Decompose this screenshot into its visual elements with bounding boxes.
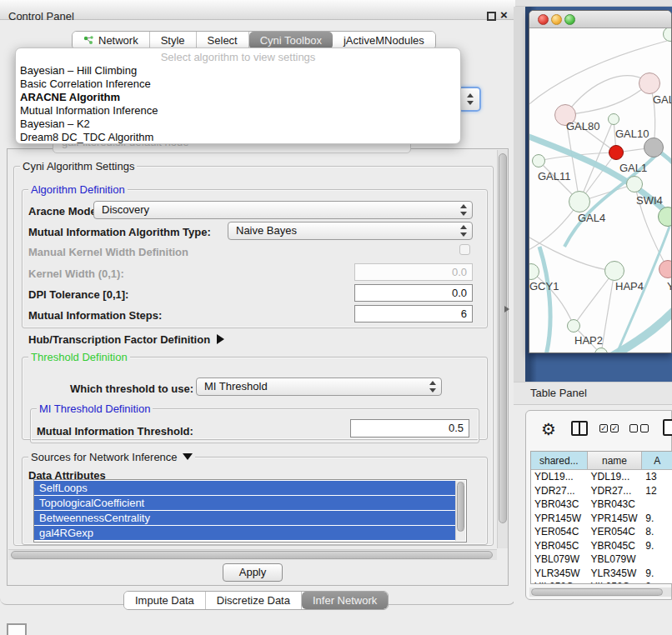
- network-node[interactable]: [532, 154, 545, 168]
- node-label: HAP4: [615, 280, 644, 292]
- algorithm-combobox-fragment[interactable]: [458, 87, 481, 112]
- table-row[interactable]: YIL052CYIL052C9: [531, 580, 672, 584]
- table-row[interactable]: YDL19...YDL19...13: [531, 470, 672, 484]
- zoom-traffic-light-icon[interactable]: [564, 14, 575, 25]
- network-window-titlebar[interactable]: [529, 11, 671, 28]
- unchecked-box-icon[interactable]: [629, 424, 638, 432]
- column-layout-icon[interactable]: [571, 421, 588, 436]
- settings-horizontal-scrollbar[interactable]: [8, 549, 497, 560]
- sources-title[interactable]: Sources for Network Inference: [28, 451, 195, 463]
- corner-widget[interactable]: [7, 623, 27, 635]
- which-threshold-combobox[interactable]: MI Threshold: [196, 378, 442, 396]
- manual-kernel-width-label: Manual Kernel Width Definition: [28, 246, 188, 258]
- which-threshold-label: Which threshold to use:: [70, 382, 193, 395]
- network-node[interactable]: [608, 113, 619, 125]
- algorithm-option-selected[interactable]: ARACNE Algorithm: [16, 91, 460, 104]
- table-row[interactable]: YBL079WYBL079W: [531, 552, 672, 567]
- algorithm-option[interactable]: Bayesian – Hill Climbing: [16, 64, 460, 78]
- close-icon[interactable]: ×: [500, 8, 508, 22]
- network-node[interactable]: [626, 176, 643, 192]
- attribute-item-selected[interactable]: gal4RGexp: [34, 526, 455, 540]
- network-canvas[interactable]: GAL8 GAL80 GAL10 GAL1 SWI4 GAL11 GAL4 GC…: [529, 28, 671, 352]
- close-traffic-light-icon[interactable]: [538, 14, 549, 25]
- node-label: SWI4: [636, 194, 663, 207]
- mi-threshold-label: Mutual Information Threshold:: [37, 425, 193, 438]
- network-node[interactable]: [609, 145, 624, 160]
- network-window[interactable]: GAL8 GAL80 GAL10 GAL1 SWI4 GAL11 GAL4 GC…: [529, 10, 672, 353]
- list-scrollbar-thumb[interactable]: [457, 482, 464, 532]
- tab-network[interactable]: Network: [73, 32, 150, 49]
- kernel-width-field[interactable]: 0.0: [354, 263, 473, 281]
- tab-style[interactable]: Style: [150, 32, 197, 49]
- table-row[interactable]: YER054CYER054C8.: [531, 525, 672, 539]
- data-attributes-list[interactable]: SelfLoops TopologicalCoefficient Between…: [33, 479, 467, 542]
- tab-impute-data[interactable]: Impute Data: [124, 592, 206, 609]
- panel-splitter-arrow[interactable]: [504, 306, 509, 312]
- algorithm-option[interactable]: Bayesian – K2: [16, 118, 460, 131]
- column-header-shared-name[interactable]: shared...: [531, 452, 588, 469]
- list-scrollbar[interactable]: [455, 481, 465, 541]
- checked-box-icon[interactable]: ✓: [599, 424, 608, 432]
- table-header-row: shared... name A: [531, 452, 672, 470]
- aracne-mode-combobox[interactable]: Discovery: [93, 201, 473, 219]
- minimize-traffic-light-icon[interactable]: [551, 14, 562, 25]
- gear-icon[interactable]: ⚙: [541, 419, 556, 439]
- algorithm-option[interactable]: Mutual Information Inference: [16, 104, 460, 118]
- mi-threshold-field[interactable]: 0.5: [350, 419, 469, 438]
- algorithm-option[interactable]: Basic Correlation Inference: [16, 78, 460, 91]
- tab-jactivemnodules[interactable]: jActiveMNodules: [333, 32, 435, 49]
- table-row[interactable]: YLR345WYLR345W9.: [531, 567, 672, 581]
- control-panel-title: Control Panel: [8, 10, 74, 22]
- tab-discretize-data[interactable]: Discretize Data: [206, 592, 302, 609]
- settings-hscroll-thumb[interactable]: [11, 551, 493, 559]
- panel-gap: [514, 7, 525, 382]
- tab-infer-network[interactable]: Infer Network: [302, 592, 388, 609]
- table-row[interactable]: YBR043CYBR043C: [531, 498, 672, 512]
- new-table-icon[interactable]: [663, 419, 672, 436]
- stepper-arrows-icon: [459, 225, 467, 237]
- network-node[interactable]: [567, 319, 580, 332]
- dpi-tolerance-field[interactable]: 0.0: [354, 284, 473, 302]
- tab-cyni-toolbox[interactable]: Cyni Toolbox: [249, 32, 333, 49]
- expand-right-icon: [217, 334, 224, 344]
- table-panel-title: Table Panel: [530, 387, 587, 399]
- settings-vscroll-thumb[interactable]: [499, 153, 507, 523]
- node-table: shared... name A YDL19...YDL19...13 YDR2…: [530, 451, 672, 584]
- float-window-icon[interactable]: [487, 12, 496, 21]
- column-header[interactable]: A: [642, 452, 672, 469]
- mi-algorithm-type-combobox[interactable]: Naive Bayes: [228, 222, 473, 240]
- node-label: GAL80: [566, 120, 599, 132]
- settings-vertical-scrollbar[interactable]: [497, 150, 508, 548]
- attribute-item-selected[interactable]: SelfLoops: [34, 481, 455, 495]
- unchecked-box-icon[interactable]: [640, 424, 649, 432]
- tab-select[interactable]: Select: [197, 32, 249, 49]
- network-node[interactable]: [644, 138, 664, 158]
- node-label: HAP2: [574, 334, 603, 347]
- network-node[interactable]: [604, 261, 624, 281]
- mi-steps-field[interactable]: 6: [354, 305, 473, 322]
- stepper-arrows-icon: [466, 93, 474, 105]
- network-node[interactable]: [659, 260, 671, 278]
- table-toolbar: ⚙ ✓ ✓: [529, 418, 669, 446]
- attribute-item-selected[interactable]: TopologicalCoefficient: [34, 496, 455, 510]
- hub-definition-toggle[interactable]: Hub/Transcription Factor Definition: [28, 333, 224, 346]
- attribute-item-selected[interactable]: BetweennessCentrality: [34, 511, 455, 525]
- dpi-tolerance-label: DPI Tolerance [0,1]:: [28, 288, 128, 301]
- table-horizontal-scrollbar[interactable]: [529, 588, 671, 597]
- manual-kernel-width-checkbox[interactable]: [459, 244, 470, 255]
- apply-button[interactable]: Apply: [223, 563, 283, 582]
- table-row[interactable]: YDR27...YDR27...12: [531, 484, 672, 498]
- mi-steps-label: Mutual Information Steps:: [28, 309, 162, 322]
- network-node[interactable]: [639, 72, 660, 94]
- network-node[interactable]: [569, 191, 590, 212]
- table-row[interactable]: YPR145WYPR145W9.: [531, 512, 672, 526]
- table-hscroll-thumb[interactable]: [531, 588, 663, 596]
- checked-box-icon[interactable]: ✓: [610, 424, 619, 432]
- algorithm-option[interactable]: Dream8 DC_TDC Algorithm: [16, 131, 460, 144]
- node-label: Y: [667, 280, 671, 292]
- algorithm-definition-title: Algorithm Definition: [28, 183, 128, 196]
- column-header-name[interactable]: name: [588, 452, 643, 469]
- stepper-arrows-icon: [429, 381, 436, 392]
- kernel-width-label: Kernel Width (0,1):: [28, 268, 124, 280]
- table-row[interactable]: YBR045CYBR045C9.: [531, 539, 672, 553]
